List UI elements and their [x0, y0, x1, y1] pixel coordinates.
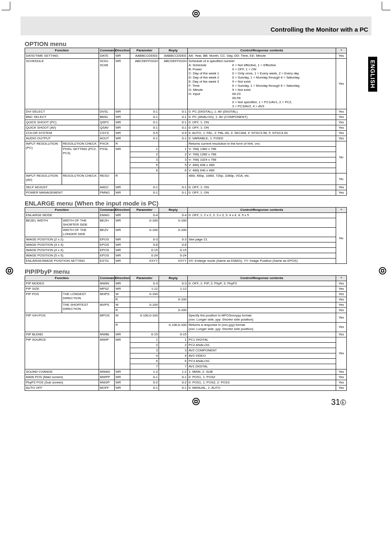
table-row: AUDIO OUTPUTAOUTWR0-10-10: VARIABLE, 1: … — [25, 136, 347, 141]
header-title: Controlling the Monitor with a PC — [271, 26, 368, 33]
table-row: SELF ADJUSTAADJWR0-10-10: OFF, 1: ONYes — [25, 185, 347, 190]
table-row: AUTO OFFMOFFWR0-10-10: MANUAL, 1: AUTOYe… — [25, 385, 347, 391]
table-row: QUICK SHOOT (AV)QSAVWR0-10-10: OFF, 1: O… — [25, 125, 347, 131]
hdr-reply: Reply — [159, 48, 188, 53]
hdr-parameter: Parameter — [130, 48, 159, 53]
table-row: PIP BLENDMWBLWR0-150-15Yes — [25, 332, 347, 337]
option-menu-title: OPTION menu — [25, 40, 347, 47]
table-row: ENLARGE MODEEMAGWR0-40-40: OFF, 1: 2 x 2… — [25, 213, 347, 218]
table-row: BEZEL WIDTHWIDTH OF THE SHORTER SIDEBEZH… — [25, 218, 347, 228]
hdr-contents: Control/Response contents — [188, 48, 336, 53]
table-row: DVI SELECTDVSLWR0-10-10: PC (DIGITAL), 1… — [25, 109, 347, 115]
crop-mark-tl — [4, 4, 12, 12]
table-row: SOUND CHANGEMWADWR1-21-21: MAIN, 2: SUBY… — [25, 369, 347, 375]
table-row: PIP POSTHE LONGEST DIRECTIONMHPSW0-100Ye… — [25, 292, 347, 297]
header-bar: Controlling the Monitor with a PC — [21, 16, 371, 35]
enlarge-menu-table: Function CommandDirection ParameterReply… — [25, 207, 347, 264]
schedule-contents: Schedule of a specified number A: Schedu… — [188, 59, 336, 109]
table-row: SCHEDULE SC01-SC08 WR ABCDEFFGGH ABCDEFF… — [25, 59, 347, 109]
table-row: COLOR SYSTEMCSYSWR0-50-50: AUTO, 1: PAL,… — [25, 131, 347, 136]
hdr-star: * — [336, 48, 347, 53]
hdr-direction: Direction — [115, 48, 130, 53]
crop-mark-tr — [380, 4, 388, 12]
table-row: PIP SOURCEMWIPWR11PC1 DIGITALYes — [25, 337, 347, 343]
table-row: POWER MANAGEMENTPMNGWR0-10-10: OFF, 1: O… — [25, 190, 347, 196]
registration-mark-top — [192, 10, 200, 17]
table-row: WIDTH OF THE LONGER SIDEBEZVWR0-1000-100 — [25, 228, 347, 237]
table-row: IMAGE POSITION (5 x 5)EPOSWR0-240-24 — [25, 253, 347, 258]
table-row: INPUT RESOLUTION (PC) RESOLUTION CHECK P… — [25, 141, 347, 147]
table-row: IMAGE POSITION (3 x 3)EPOSWR0-80-8 — [25, 242, 347, 248]
hdr-function: Function — [25, 48, 99, 53]
pip-menu-title: PIP/PbyP menu — [25, 268, 347, 275]
table-row: PIP MODESMWINWR0-30-30: OFF, 1: PIP, 2: … — [25, 281, 347, 286]
page-number: 31E — [25, 397, 347, 407]
table-row: PIXEL SETTING (PC2, PC3)PXSLWR11V: 768) … — [25, 147, 347, 152]
registration-mark-right — [379, 267, 386, 275]
table-row: MAIN POS (Main screen)MWPPWR0-10-10: POS… — [25, 375, 347, 380]
table-row: ENLARGE/IMAGE POSITION SETTINGESTGWRXXYY… — [25, 258, 347, 264]
enlarge-menu-title: ENLARGE menu (When the input mode is PC) — [25, 200, 347, 207]
table-row: PIP V/H-POSMPOSW0-100,0-100Specify the p… — [25, 313, 347, 323]
table-row: BNC SELECTBNSLWR0-10-10: PC (ANALOG), 1:… — [25, 115, 347, 120]
table-row: INPUT RESOLUTION (AV) RESOLUTION CHECK R… — [25, 173, 347, 185]
pip-menu-table: Function CommandDirection ParameterReply… — [25, 275, 347, 391]
registration-mark-left — [6, 267, 13, 275]
table-row: QUICK SHOOT (PC)QSPCWR0-10-10: OFF, 1: O… — [25, 120, 347, 125]
option-menu-table: Function Command Direction Parameter Rep… — [25, 48, 347, 196]
table-row: PbyP2 POS (Sub screen)MW2PWR0-20-20: POS… — [25, 380, 347, 385]
language-tab: ENGLISH — [368, 57, 377, 92]
table-row: THE SHORTEST DIRECTIONMVPSW0-100Yes — [25, 302, 347, 308]
table-row: IMAGE POSITION (2 x 2)EPOSWR0-30-3See pa… — [25, 237, 347, 242]
registration-mark-bottom — [192, 398, 200, 405]
table-row: IMAGE POSITION (4 x 4)EPOSWR0-150-15 — [25, 248, 347, 253]
table-row: DATE/TIME SETTING DATE WR AABBCCDDEE AAB… — [25, 53, 347, 59]
hdr-command: Command — [99, 48, 115, 53]
table-row: PIP SIZEMPSZWR1-121-12Yes — [25, 286, 347, 292]
